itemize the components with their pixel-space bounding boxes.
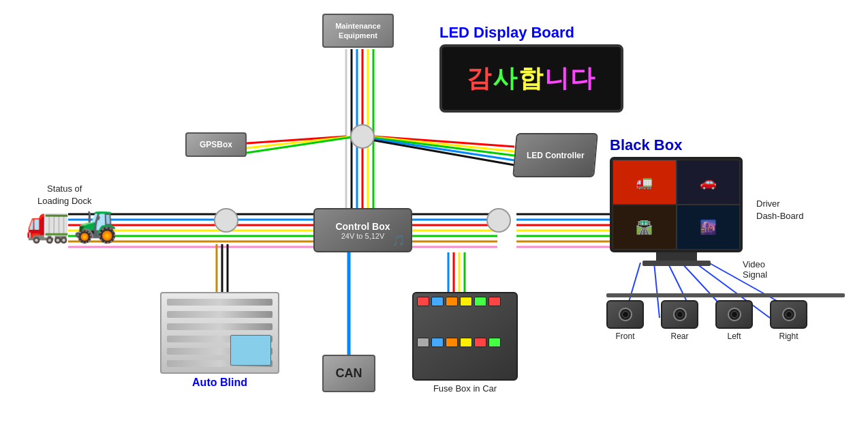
fuse-item	[474, 297, 486, 306]
svg-line-47	[247, 136, 357, 153]
cameras-area: Front Rear Left	[606, 293, 845, 345]
auto-blind-title: Auto Blind	[160, 377, 279, 389]
camera-right: Right	[770, 300, 807, 341]
cameras-row: Front Rear Left	[606, 300, 845, 341]
led-display-screen: 감사합니다	[439, 44, 623, 113]
fuse-item	[460, 338, 472, 347]
svg-line-45	[247, 136, 346, 143]
fuse-box-label: Fuse Box in Car	[412, 383, 518, 394]
hub-top	[350, 124, 375, 149]
svg-line-43	[357, 136, 514, 160]
music-icon: 🎵	[392, 234, 405, 247]
fuse-box-area: Fuse Box in Car	[412, 292, 518, 394]
maintenance-equipment-label: MaintenanceEquipment	[335, 21, 381, 41]
led-display-area: LED Display Board 감사합니다	[439, 24, 623, 113]
black-box-base	[642, 261, 711, 266]
camera-lens	[619, 308, 632, 321]
led-controller-box: LED Controller	[512, 133, 598, 177]
camera-lens-inner	[677, 311, 683, 318]
fuse-item	[417, 338, 429, 347]
trucks-area: 🚛 🚜	[26, 203, 118, 245]
bb-cell-4: 🌆	[677, 205, 741, 250]
gps-box: GPSBox	[185, 132, 247, 157]
fuse-item	[460, 297, 472, 306]
camera-lens	[728, 308, 741, 321]
camera-lens	[673, 308, 687, 321]
fuse-item	[446, 297, 458, 306]
camera-rear-label: Rear	[670, 332, 688, 341]
gps-box-label: GPSBox	[200, 140, 232, 149]
svg-line-41	[368, 136, 514, 151]
camera-left-label: Left	[727, 332, 741, 341]
black-box-area: Black Box 🚛 🚗 🛣️ 🌆	[610, 136, 743, 266]
fuse-item	[489, 297, 501, 306]
auto-blind-image	[160, 292, 279, 374]
black-box-title: Black Box	[610, 136, 743, 154]
system-diagram: MaintenanceEquipment GPSBox Control Box …	[0, 0, 868, 427]
camera-front: Front	[606, 300, 644, 341]
fuse-item	[474, 338, 486, 347]
black-box-screen: 🚛 🚗 🛣️ 🌆	[610, 157, 743, 252]
bb-cell-3: 🛣️	[613, 205, 677, 250]
led-display-title: LED Display Board	[439, 24, 623, 42]
fuse-item	[431, 338, 444, 347]
can-box: CAN	[322, 355, 375, 392]
camera-lens-inner	[622, 311, 629, 318]
svg-line-46	[247, 136, 352, 148]
fuse-item	[431, 297, 444, 306]
camera-lens-inner	[731, 311, 738, 318]
camera-rear: Rear	[661, 300, 698, 341]
camera-lens-inner	[786, 311, 792, 318]
auto-blind-area: Auto Blind	[160, 292, 279, 389]
camera-left-icon	[715, 300, 753, 329]
hub-right	[486, 208, 511, 233]
camera-lens	[782, 308, 796, 321]
control-box: Control Box 24V to 5,12V 🎵	[313, 208, 412, 252]
led-display-text: 감사합니다	[467, 62, 596, 95]
fuse-box-image	[412, 292, 518, 381]
video-signal-label: VideoSignal	[743, 259, 767, 280]
black-box-stand	[656, 252, 697, 261]
camera-rear-icon	[661, 300, 698, 329]
bb-cell-1: 🚛	[613, 160, 677, 205]
camera-right-label: Right	[779, 332, 798, 341]
bb-cell-2: 🚗	[677, 160, 741, 205]
driver-dashboard-label: DriverDash-Board	[756, 198, 803, 222]
blind-window	[230, 335, 271, 366]
svg-line-44	[352, 136, 514, 165]
camera-left: Left	[715, 300, 753, 341]
fuse-item	[417, 297, 429, 306]
camera-front-icon	[606, 300, 644, 329]
hub-left	[214, 208, 238, 233]
truck-1-icon: 🚛	[26, 203, 70, 245]
can-box-label: CAN	[336, 366, 362, 381]
control-box-subtitle: 24V to 5,12V	[341, 232, 385, 240]
svg-line-40	[373, 136, 514, 147]
maintenance-equipment-box: MaintenanceEquipment	[322, 14, 394, 48]
fuse-item	[446, 338, 458, 347]
camera-right-icon	[770, 300, 807, 329]
fuse-item	[489, 338, 501, 347]
camera-platform	[606, 293, 845, 297]
control-box-title: Control Box	[335, 221, 390, 232]
led-controller-label: LED Controller	[527, 151, 585, 160]
camera-front-label: Front	[615, 332, 634, 341]
truck-2-icon: 🚜	[74, 203, 118, 245]
svg-line-42	[362, 136, 514, 156]
